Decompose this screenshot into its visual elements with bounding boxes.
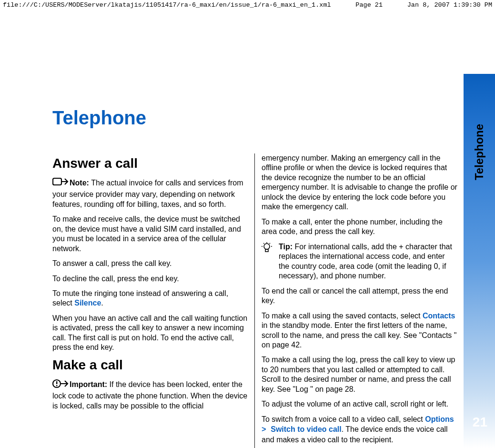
header-path: file:///C:/USERS/MODEServer/lkatajis/110… bbox=[3, 1, 331, 9]
answer-p6: When you have an active call and the cal… bbox=[52, 314, 248, 353]
tip-body: For international calls, add the + chara… bbox=[279, 243, 452, 280]
page-title: Telephone bbox=[52, 107, 464, 129]
options-keyword: Options bbox=[425, 415, 454, 423]
answer-p3: To answer a call, press the call key. bbox=[52, 259, 248, 268]
make-p4a: To make a call using the saved contacts,… bbox=[262, 312, 423, 320]
make-p7a: To switch from a voice call to a video c… bbox=[262, 415, 425, 423]
tip-block: Tip: For international calls, add the + … bbox=[262, 242, 457, 281]
silence-keyword: Silence bbox=[74, 299, 101, 307]
caret-separator: > bbox=[262, 426, 271, 434]
switch-video-keyword: Switch to video call bbox=[271, 425, 341, 433]
contacts-keyword: Contacts bbox=[423, 312, 455, 320]
make-p0: emergency number. Making an emergency ca… bbox=[262, 153, 457, 212]
note-icon bbox=[52, 177, 69, 190]
tip-icon bbox=[262, 242, 273, 257]
answer-p2: To make and receive calls, the device mu… bbox=[52, 214, 248, 254]
header-page: Page 21 bbox=[355, 1, 383, 9]
column-right: emergency number. Making an emergency ca… bbox=[255, 153, 457, 448]
page-root: file:///C:/USERS/MODEServer/lkatajis/110… bbox=[0, 0, 495, 448]
content-area: Telephone Answer a call Note: The actual… bbox=[52, 107, 464, 436]
columns: Answer a call Note: The actual invoice f… bbox=[52, 153, 464, 448]
important-paragraph: Important: If the device has been locked… bbox=[52, 378, 248, 411]
print-header: file:///C:/USERS/MODEServer/lkatajis/110… bbox=[0, 0, 495, 10]
svg-rect-5 bbox=[265, 249, 268, 252]
svg-rect-2 bbox=[56, 381, 57, 384]
tip-label: Tip: bbox=[279, 243, 294, 251]
make-p4: To make a call using the saved contacts,… bbox=[262, 311, 457, 350]
column-left: Answer a call Note: The actual invoice f… bbox=[52, 153, 255, 448]
note-paragraph: Note: The actual invoice for calls and s… bbox=[52, 177, 248, 209]
answer-p5: To mute the ringing tone instead of answ… bbox=[52, 289, 248, 308]
page-number: 21 bbox=[473, 415, 487, 430]
make-p1: To make a call, enter the phone number, … bbox=[262, 217, 457, 237]
make-p3: To end the call or cancel the call attem… bbox=[262, 286, 457, 306]
answer-p4: To decline the call, press the end key. bbox=[52, 274, 248, 284]
side-tab: Telephone 21 bbox=[464, 74, 495, 448]
svg-rect-3 bbox=[56, 385, 57, 386]
important-label: Important: bbox=[70, 380, 110, 388]
make-p5: To make a call using the log, press the … bbox=[262, 355, 457, 394]
tip-body-wrap: Tip: For international calls, add the + … bbox=[279, 242, 457, 281]
svg-rect-0 bbox=[53, 178, 61, 185]
header-date: Jan 8, 2007 1:39:30 PM bbox=[407, 1, 492, 9]
answer-p5b: . bbox=[101, 299, 103, 307]
make-p6: To adjust the volume of an active call, … bbox=[262, 399, 457, 409]
side-tab-label: Telephone bbox=[473, 124, 486, 180]
make-p7: To switch from a voice call to a video c… bbox=[262, 415, 457, 445]
make-p4b: in the standby mode. Enter the first let… bbox=[262, 321, 456, 349]
heading-make-call: Make a call bbox=[52, 358, 248, 373]
note-label: Note: bbox=[70, 179, 91, 187]
svg-point-4 bbox=[264, 244, 270, 249]
heading-answer-call: Answer a call bbox=[52, 156, 248, 171]
important-icon bbox=[52, 378, 69, 391]
